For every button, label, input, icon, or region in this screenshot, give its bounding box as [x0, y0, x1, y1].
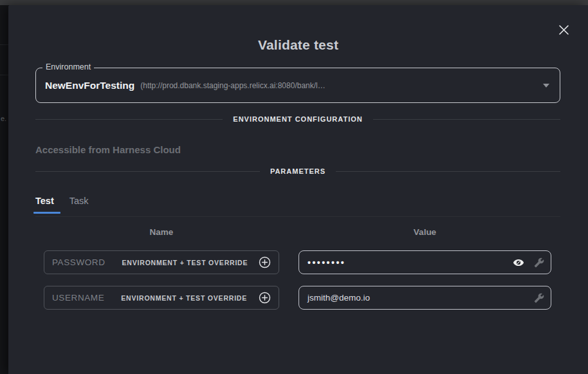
- table-row: USERNAME ENVIRONMENT + TEST OVERRIDE jsm…: [44, 286, 551, 310]
- toggle-visibility-button[interactable]: [513, 257, 524, 268]
- add-override-button[interactable]: [259, 292, 271, 304]
- value-field-actions: [513, 257, 544, 268]
- close-button[interactable]: [556, 23, 571, 37]
- environment-note: Accessible from Harness Cloud: [35, 144, 181, 155]
- divider-line: [35, 171, 260, 172]
- configure-value-button[interactable]: [534, 293, 544, 303]
- background-top-strip: [0, 0, 588, 5]
- environment-label: Environment: [42, 62, 94, 71]
- validate-test-dialog: Validate test Environment NewEnvForTesti…: [8, 5, 588, 374]
- column-gap: [279, 227, 299, 237]
- param-value-field-password[interactable]: ••••••••: [299, 250, 551, 274]
- param-value-field-username[interactable]: jsmith@demo.io: [299, 286, 551, 310]
- background-divider: [0, 75, 8, 75]
- column-gap: [279, 286, 299, 310]
- masked-password-value: ••••••••: [308, 257, 345, 268]
- eye-icon: [513, 257, 524, 268]
- add-override-button[interactable]: [259, 256, 271, 268]
- background-clipped-text: e.: [1, 115, 6, 122]
- column-gap: [279, 250, 299, 274]
- background-left-strip: e.: [0, 5, 8, 374]
- dialog-title: Validate test: [8, 37, 588, 53]
- param-name-field-username: USERNAME ENVIRONMENT + TEST OVERRIDE: [44, 286, 279, 310]
- divider-line: [373, 119, 560, 120]
- divider-line: [336, 171, 560, 172]
- param-scope-badge: ENVIRONMENT + TEST OVERRIDE: [121, 294, 247, 302]
- section-heading: PARAMETERS: [270, 167, 326, 175]
- section-divider-parameters: PARAMETERS: [35, 166, 560, 176]
- table-row: PASSWORD ENVIRONMENT + TEST OVERRIDE •••…: [44, 250, 551, 274]
- username-value: jsmith@demo.io: [308, 293, 370, 303]
- value-field-actions: [534, 293, 544, 303]
- close-icon: [558, 24, 569, 35]
- plus-circle-icon: [259, 256, 271, 268]
- table-header-row: Name Value: [44, 227, 551, 237]
- param-name-field-password: PASSWORD ENVIRONMENT + TEST OVERRIDE: [44, 250, 279, 274]
- param-scope-badge: ENVIRONMENT + TEST OVERRIDE: [122, 259, 248, 266]
- param-name-label: PASSWORD: [52, 257, 106, 267]
- background-divider: [0, 44, 8, 45]
- section-heading: ENVIRONMENT CONFIGURATION: [233, 115, 362, 123]
- chevron-down-icon[interactable]: [543, 84, 549, 88]
- wrench-icon: [534, 293, 544, 303]
- column-header-value: Value: [299, 227, 551, 237]
- wrench-icon: [534, 257, 544, 268]
- plus-circle-icon: [259, 292, 271, 304]
- environment-value: NewEnvForTesting: [45, 80, 134, 91]
- environment-select[interactable]: Environment NewEnvForTesting (http://pro…: [35, 68, 560, 103]
- tab-bar-underline: [35, 216, 560, 217]
- column-header-name: Name: [44, 227, 279, 237]
- section-divider-environment-configuration: ENVIRONMENT CONFIGURATION: [35, 114, 560, 124]
- page-background: e. Validate test Environment NewEnvForTe…: [0, 0, 588, 374]
- tab-test[interactable]: Test: [35, 196, 54, 214]
- parameters-tab-bar: Test Task: [35, 196, 89, 214]
- param-name-label: USERNAME: [52, 293, 104, 303]
- divider-line: [35, 119, 223, 120]
- configure-value-button[interactable]: [534, 257, 544, 268]
- tab-task[interactable]: Task: [69, 196, 89, 214]
- environment-url: (http://prod.dbank.staging-apps.relicx.a…: [140, 81, 326, 90]
